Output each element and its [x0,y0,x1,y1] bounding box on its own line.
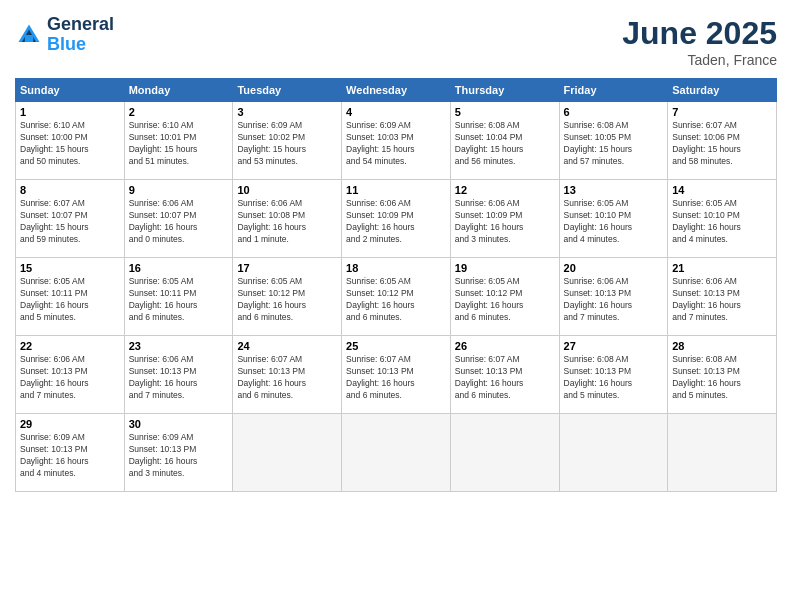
calendar-cell [342,414,451,492]
day-number: 13 [564,184,664,196]
day-info: Sunrise: 6:08 AMSunset: 10:04 PMDaylight… [455,120,555,168]
day-number: 28 [672,340,772,352]
calendar-table: SundayMondayTuesdayWednesdayThursdayFrid… [15,78,777,492]
day-info: Sunrise: 6:06 AMSunset: 10:09 PMDaylight… [346,198,446,246]
calendar-cell: 22Sunrise: 6:06 AMSunset: 10:13 PMDaylig… [16,336,125,414]
calendar-cell [450,414,559,492]
calendar-cell [559,414,668,492]
day-info: Sunrise: 6:06 AMSunset: 10:09 PMDaylight… [455,198,555,246]
weekday-header-sunday: Sunday [16,79,125,102]
day-number: 7 [672,106,772,118]
weekday-header-thursday: Thursday [450,79,559,102]
day-info: Sunrise: 6:06 AMSunset: 10:13 PMDaylight… [564,276,664,324]
day-number: 19 [455,262,555,274]
calendar-cell [233,414,342,492]
calendar-cell: 6Sunrise: 6:08 AMSunset: 10:05 PMDayligh… [559,102,668,180]
day-number: 11 [346,184,446,196]
calendar-cell: 18Sunrise: 6:05 AMSunset: 10:12 PMDaylig… [342,258,451,336]
day-info: Sunrise: 6:05 AMSunset: 10:12 PMDaylight… [346,276,446,324]
weekday-header-wednesday: Wednesday [342,79,451,102]
calendar-cell: 12Sunrise: 6:06 AMSunset: 10:09 PMDaylig… [450,180,559,258]
day-number: 8 [20,184,120,196]
calendar-cell: 5Sunrise: 6:08 AMSunset: 10:04 PMDayligh… [450,102,559,180]
page: General Blue June 2025 Taden, France Sun… [0,0,792,612]
day-info: Sunrise: 6:06 AMSunset: 10:07 PMDaylight… [129,198,229,246]
calendar-cell: 25Sunrise: 6:07 AMSunset: 10:13 PMDaylig… [342,336,451,414]
day-info: Sunrise: 6:06 AMSunset: 10:13 PMDaylight… [129,354,229,402]
logo-text: General Blue [47,15,114,55]
calendar-cell: 15Sunrise: 6:05 AMSunset: 10:11 PMDaylig… [16,258,125,336]
day-info: Sunrise: 6:07 AMSunset: 10:13 PMDaylight… [237,354,337,402]
calendar-cell: 28Sunrise: 6:08 AMSunset: 10:13 PMDaylig… [668,336,777,414]
calendar-cell: 29Sunrise: 6:09 AMSunset: 10:13 PMDaylig… [16,414,125,492]
day-info: Sunrise: 6:05 AMSunset: 10:10 PMDaylight… [564,198,664,246]
day-info: Sunrise: 6:09 AMSunset: 10:03 PMDaylight… [346,120,446,168]
day-info: Sunrise: 6:05 AMSunset: 10:12 PMDaylight… [455,276,555,324]
day-info: Sunrise: 6:06 AMSunset: 10:13 PMDaylight… [20,354,120,402]
day-number: 23 [129,340,229,352]
day-number: 20 [564,262,664,274]
day-number: 25 [346,340,446,352]
calendar-cell: 3Sunrise: 6:09 AMSunset: 10:02 PMDayligh… [233,102,342,180]
calendar-cell: 13Sunrise: 6:05 AMSunset: 10:10 PMDaylig… [559,180,668,258]
day-number: 2 [129,106,229,118]
day-info: Sunrise: 6:07 AMSunset: 10:07 PMDaylight… [20,198,120,246]
day-number: 6 [564,106,664,118]
day-number: 14 [672,184,772,196]
day-number: 21 [672,262,772,274]
weekday-header-saturday: Saturday [668,79,777,102]
day-number: 3 [237,106,337,118]
weekday-header-friday: Friday [559,79,668,102]
header: General Blue June 2025 Taden, France [15,15,777,68]
calendar-cell: 20Sunrise: 6:06 AMSunset: 10:13 PMDaylig… [559,258,668,336]
day-number: 29 [20,418,120,430]
day-number: 27 [564,340,664,352]
calendar-cell: 2Sunrise: 6:10 AMSunset: 10:01 PMDayligh… [124,102,233,180]
svg-rect-2 [25,35,33,42]
calendar-cell: 7Sunrise: 6:07 AMSunset: 10:06 PMDayligh… [668,102,777,180]
day-number: 16 [129,262,229,274]
day-info: Sunrise: 6:10 AMSunset: 10:00 PMDaylight… [20,120,120,168]
calendar-cell: 10Sunrise: 6:06 AMSunset: 10:08 PMDaylig… [233,180,342,258]
day-number: 30 [129,418,229,430]
calendar-cell: 1Sunrise: 6:10 AMSunset: 10:00 PMDayligh… [16,102,125,180]
location: Taden, France [622,52,777,68]
day-info: Sunrise: 6:08 AMSunset: 10:13 PMDaylight… [672,354,772,402]
day-number: 12 [455,184,555,196]
day-info: Sunrise: 6:09 AMSunset: 10:13 PMDaylight… [20,432,120,480]
day-info: Sunrise: 6:05 AMSunset: 10:12 PMDaylight… [237,276,337,324]
calendar-cell: 19Sunrise: 6:05 AMSunset: 10:12 PMDaylig… [450,258,559,336]
day-number: 26 [455,340,555,352]
calendar-cell: 11Sunrise: 6:06 AMSunset: 10:09 PMDaylig… [342,180,451,258]
day-info: Sunrise: 6:07 AMSunset: 10:13 PMDaylight… [455,354,555,402]
day-number: 15 [20,262,120,274]
calendar-cell: 27Sunrise: 6:08 AMSunset: 10:13 PMDaylig… [559,336,668,414]
title-block: June 2025 Taden, France [622,15,777,68]
calendar-cell: 24Sunrise: 6:07 AMSunset: 10:13 PMDaylig… [233,336,342,414]
day-info: Sunrise: 6:09 AMSunset: 10:02 PMDaylight… [237,120,337,168]
month-year: June 2025 [622,15,777,52]
day-info: Sunrise: 6:06 AMSunset: 10:13 PMDaylight… [672,276,772,324]
calendar-cell: 17Sunrise: 6:05 AMSunset: 10:12 PMDaylig… [233,258,342,336]
day-number: 1 [20,106,120,118]
day-info: Sunrise: 6:09 AMSunset: 10:13 PMDaylight… [129,432,229,480]
day-info: Sunrise: 6:05 AMSunset: 10:10 PMDaylight… [672,198,772,246]
calendar-cell: 23Sunrise: 6:06 AMSunset: 10:13 PMDaylig… [124,336,233,414]
calendar-cell: 8Sunrise: 6:07 AMSunset: 10:07 PMDayligh… [16,180,125,258]
day-info: Sunrise: 6:07 AMSunset: 10:06 PMDaylight… [672,120,772,168]
calendar-cell: 4Sunrise: 6:09 AMSunset: 10:03 PMDayligh… [342,102,451,180]
logo-icon [15,21,43,49]
calendar-cell: 26Sunrise: 6:07 AMSunset: 10:13 PMDaylig… [450,336,559,414]
day-number: 22 [20,340,120,352]
day-number: 24 [237,340,337,352]
calendar-cell: 30Sunrise: 6:09 AMSunset: 10:13 PMDaylig… [124,414,233,492]
weekday-header-monday: Monday [124,79,233,102]
day-number: 10 [237,184,337,196]
day-number: 5 [455,106,555,118]
calendar-cell: 16Sunrise: 6:05 AMSunset: 10:11 PMDaylig… [124,258,233,336]
day-info: Sunrise: 6:05 AMSunset: 10:11 PMDaylight… [20,276,120,324]
day-number: 4 [346,106,446,118]
day-number: 17 [237,262,337,274]
calendar-cell: 9Sunrise: 6:06 AMSunset: 10:07 PMDayligh… [124,180,233,258]
day-info: Sunrise: 6:08 AMSunset: 10:05 PMDaylight… [564,120,664,168]
